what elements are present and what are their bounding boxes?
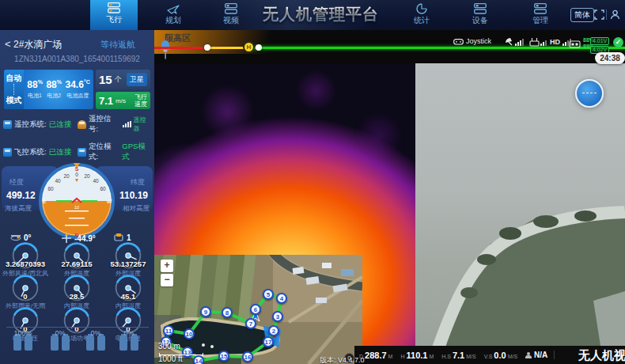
bell-icon[interactable] (157, 39, 173, 59)
slider-red-segment (154, 47, 207, 49)
cell-battery-icon (13, 336, 21, 351)
hspeed-value: 7.1 (453, 351, 464, 360)
tab-management[interactable]: 管理 (523, 2, 558, 26)
cell-battery-icon (62, 336, 70, 351)
tab-plan-label: 规划 (156, 15, 191, 26)
mini-roll-value: 0° (24, 233, 32, 242)
gauge-5: 45.1内部湿度 (103, 275, 153, 310)
user-icon[interactable] (610, 9, 620, 20)
gimbal-control-widget[interactable] (575, 79, 604, 108)
map-waypoint-8[interactable]: 8 (222, 307, 233, 318)
vspeed-readout: V.S 0.0 M/S (484, 351, 517, 360)
hspeed-unit: M/S (466, 354, 475, 359)
cell-battery-icon (25, 336, 32, 351)
slider-height-marker[interactable]: H (243, 41, 255, 53)
altitude-limit-strip: 限高区 H Joystick (154, 30, 625, 63)
timer-tooltip: 24:38 (595, 52, 625, 64)
vspeed-value: 0.0 (494, 351, 506, 360)
dock-cell-percent: 0% (90, 329, 100, 337)
mission-map[interactable]: 234567891011121314151617 + − 300 m 1000 … (154, 255, 362, 364)
dock-cell-percent: 100% (13, 329, 32, 337)
joystick-label: Joystick (466, 37, 491, 45)
satellite-icon (504, 37, 525, 47)
tab-devices[interactable]: 设备 (463, 2, 498, 26)
drone-roll-icon (9, 233, 22, 242)
drone-app: 飞行 规划 视频 无人机管理平台 统计 (0, 0, 625, 364)
map-waypoint-4[interactable]: 4 (276, 293, 287, 304)
rc-signal (529, 37, 548, 47)
map-waypoint-11[interactable]: 11 (163, 325, 174, 336)
plan-tab-icon (167, 3, 180, 14)
map-waypoint-3[interactable]: 3 (272, 311, 283, 322)
slider-handle-high[interactable] (256, 44, 262, 51)
map-waypoint-9[interactable]: 9 (200, 306, 211, 317)
map-zoom-out-button[interactable]: − (161, 274, 173, 286)
drone-heading-icon (60, 233, 73, 244)
map-waypoint-16[interactable]: 16 (242, 351, 253, 362)
dock-cell-percent: 0% (123, 329, 134, 337)
tab-video-label: 视频 (214, 15, 248, 26)
telemetry-sidebar: < 2#水滴广场 等待返航 1ZN3J1A001A380_16540011596… (0, 30, 154, 364)
management-tab-icon (534, 3, 547, 14)
firmware-version: 版本: V4.4.7.0 (320, 355, 365, 364)
check-icon: ✓ (613, 37, 623, 47)
gauge-value: 53.137257 (103, 260, 153, 268)
joystick-status[interactable]: Joystick (453, 37, 491, 45)
map-waypoint-2[interactable]: 2 (268, 325, 279, 336)
video-telemetry-bar: D 288.7 M H 110.1 M H.S 7.1 M/S V.S 0.0 … (354, 346, 625, 364)
slider-yellow-segment (207, 47, 248, 49)
gauge-3: 0外部雨量/无雨 (0, 275, 51, 310)
distance-unit: M (388, 354, 393, 359)
pilot-value: N/A (534, 351, 547, 359)
pilot-readout: N/A (525, 351, 555, 359)
gauge-1: 27.69115外部温度 (51, 242, 102, 278)
gauge-value: 28.5 (51, 292, 102, 301)
gauge-value: 0 (0, 292, 51, 301)
map-waypoint-17[interactable]: 17 (263, 336, 274, 347)
dock-cell-3 (119, 336, 138, 351)
tab-statistics-label: 统计 (404, 15, 439, 26)
map-waypoint-5[interactable]: 5 (263, 289, 274, 300)
mqtt-status: ✓ MQ (613, 37, 625, 47)
remote-controller-icon (529, 37, 548, 47)
video-feed-title: 无人机视频 (578, 348, 625, 363)
fullscreen-icon[interactable] (594, 9, 604, 20)
map-waypoint-14[interactable]: 14 (193, 355, 204, 364)
map-waypoint-6[interactable]: 6 (250, 304, 261, 315)
map-waypoint-7[interactable]: 7 (245, 318, 256, 329)
drone-battery-icon (569, 39, 581, 49)
tab-plan[interactable]: 规划 (156, 2, 191, 26)
slider-handle-low[interactable] (204, 44, 210, 51)
tab-flight[interactable]: 飞行 (90, 0, 138, 30)
language-button[interactable]: 简体 (570, 8, 594, 22)
height-readout: H 110.1 M (400, 351, 434, 360)
mini-heading-value: -44.9° (74, 234, 96, 243)
map-zoom-in-button[interactable]: + (161, 260, 173, 272)
tab-statistics[interactable]: 统计 (404, 2, 439, 26)
cells-divider (6, 327, 149, 328)
gauge-value: 45.1 (103, 292, 153, 301)
map-waypoint-15[interactable]: 15 (218, 351, 229, 362)
height-value: 110.1 (407, 351, 428, 360)
gauge-grid: 3.26870393外部风速/西北风27.69115外部温度53.137257外… (0, 30, 154, 364)
height-label: H (400, 354, 404, 359)
mini-mode-value: 1 (127, 233, 131, 242)
tab-video[interactable]: 视频 (214, 2, 248, 26)
statistics-tab-icon (415, 3, 428, 14)
distance-value: 288.7 (365, 351, 387, 360)
gauge-0: 3.26870393外部风速/西北风 (0, 242, 51, 278)
mini-heading: -44.9° (60, 233, 96, 244)
map-waypoint-10[interactable]: 10 (184, 328, 195, 339)
gauge-4: 28.5内部温度 (51, 275, 102, 310)
video-tab-icon (225, 3, 237, 14)
dock-cell-0 (13, 336, 32, 351)
cell-battery-icon (131, 336, 138, 351)
cell-battery-icon (119, 336, 127, 351)
gauge-value: 3.26870393 (0, 260, 51, 268)
tab-flight-label: 飞行 (106, 15, 122, 24)
tab-management-label: 管理 (523, 15, 558, 26)
cell-battery-icon (97, 336, 105, 351)
flight-tab-icon (108, 2, 120, 13)
gauge-2: 53.137257外部湿度 (103, 242, 153, 278)
map-scale-imperial: 1000 ft (158, 355, 183, 363)
